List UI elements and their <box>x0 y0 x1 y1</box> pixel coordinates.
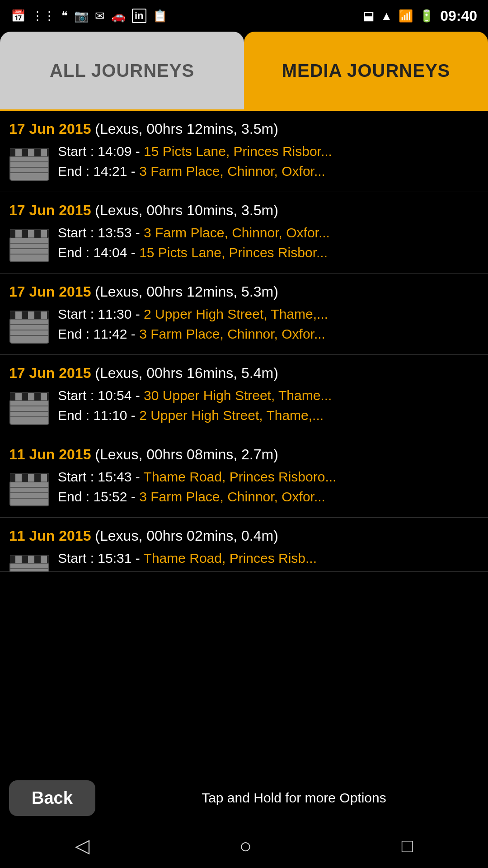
journey-header: 17 Jun 2015 (Lexus, 00hrs 16mins, 5.4m) <box>9 365 479 382</box>
tap-hold-text: Tap and Hold for more Options <box>109 790 479 806</box>
journey-details: Start : 15:43 - Thame Road, Princes Risb… <box>58 469 336 505</box>
journey-end-address[interactable]: 2 Upper High Street, Thame,... <box>139 408 324 423</box>
svg-rect-43 <box>15 311 22 319</box>
journey-start-address[interactable]: Thame Road, Princes Risb... <box>144 551 317 566</box>
clipboard-icon: 📋 <box>153 9 167 23</box>
journey-date: 17 Jun 2015 <box>9 121 91 137</box>
bottom-bar: Back Tap and Hold for more Options ◁ ○ □ <box>0 773 488 868</box>
grid-icon: ⋮⋮ <box>32 9 55 23</box>
journey-start-address[interactable]: 15 Picts Lane, Princes Risbor... <box>144 144 332 159</box>
journey-details: Start : 10:54 - 30 Upper High Street, Th… <box>58 388 332 423</box>
svg-rect-8 <box>9 148 15 156</box>
wifi-icon: ▲ <box>380 9 392 23</box>
journey-end-address[interactable]: 15 Picts Lane, Princes Risbor... <box>139 245 328 260</box>
svg-rect-97 <box>34 555 41 563</box>
svg-rect-79 <box>28 474 34 482</box>
car-icon: 🚗 <box>111 9 126 23</box>
journey-start-address[interactable]: Thame Road, Princes Risboro... <box>144 469 337 484</box>
journey-start: Start : 14:09 - 15 Picts Lane, Princes R… <box>58 144 332 159</box>
journey-end: End : 11:42 - 3 Farm Place, Chinnor, Oxf… <box>58 326 328 342</box>
svg-rect-25 <box>9 230 15 238</box>
journey-list-container: 17 Jun 2015 (Lexus, 00hrs 12mins, 3.5m) <box>0 111 488 669</box>
journey-item[interactable]: 11 Jun 2015 (Lexus, 00hrs 08mins, 2.7m) <box>0 436 488 518</box>
nav-recent-icon[interactable]: □ <box>402 835 413 857</box>
svg-rect-26 <box>15 230 22 238</box>
linkedin-icon: in <box>132 9 146 23</box>
svg-rect-99 <box>47 555 50 563</box>
journey-meta: (Lexus, 00hrs 12mins, 3.5m) <box>95 121 278 137</box>
journey-start: Start : 15:31 - Thame Road, Princes Risb… <box>58 551 317 566</box>
svg-rect-82 <box>47 474 50 482</box>
journey-end: End : 14:21 - 3 Farm Place, Chinnor, Oxf… <box>58 164 332 179</box>
svg-rect-76 <box>9 474 15 482</box>
journey-end: End : 14:04 - 15 Picts Lane, Princes Ris… <box>58 245 330 260</box>
svg-rect-44 <box>22 311 28 319</box>
svg-rect-10 <box>22 148 28 156</box>
nav-home-icon[interactable]: ○ <box>239 834 252 858</box>
journey-date: 11 Jun 2015 <box>9 528 91 544</box>
journey-start: Start : 15:43 - Thame Road, Princes Risb… <box>58 469 336 485</box>
back-button[interactable]: Back <box>9 780 95 816</box>
svg-rect-77 <box>15 474 22 482</box>
svg-rect-11 <box>28 148 34 156</box>
tab-media-journeys[interactable]: MEDIA JOURNEYS <box>244 32 488 109</box>
journey-details: Start : 15:31 - Thame Road, Princes Risb… <box>58 551 317 566</box>
clapboard-icon <box>9 146 50 182</box>
svg-rect-98 <box>41 555 47 563</box>
journey-meta: (Lexus, 00hrs 02mins, 0.4m) <box>95 528 278 544</box>
journey-body: Start : 13:53 - 3 Farm Place, Chinnor, O… <box>9 225 479 263</box>
journey-body: Start : 10:54 - 30 Upper High Street, Th… <box>9 388 479 426</box>
journey-item[interactable]: 11 Jun 2015 (Lexus, 00hrs 02mins, 0.4m) <box>0 518 488 572</box>
journey-meta: (Lexus, 00hrs 16mins, 5.4m) <box>95 365 278 381</box>
clapboard-icon <box>9 227 50 263</box>
svg-rect-85 <box>10 562 49 572</box>
svg-rect-28 <box>28 230 34 238</box>
journey-header: 17 Jun 2015 (Lexus, 00hrs 10mins, 3.5m) <box>9 202 479 219</box>
svg-rect-68 <box>10 481 49 506</box>
clapboard-icon <box>9 471 50 507</box>
svg-rect-9 <box>15 148 22 156</box>
svg-rect-42 <box>9 311 15 319</box>
tab-all-journeys[interactable]: ALL JOURNEYS <box>0 32 244 109</box>
svg-rect-34 <box>10 318 49 343</box>
svg-rect-12 <box>34 148 41 156</box>
calendar-icon: 📅 <box>11 9 25 23</box>
svg-rect-96 <box>28 555 34 563</box>
journey-header: 11 Jun 2015 (Lexus, 00hrs 08mins, 2.7m) <box>9 446 479 463</box>
svg-rect-94 <box>15 555 22 563</box>
journey-item[interactable]: 17 Jun 2015 (Lexus, 00hrs 12mins, 3.5m) <box>0 111 488 192</box>
journey-meta: (Lexus, 00hrs 10mins, 3.5m) <box>95 202 278 218</box>
svg-rect-63 <box>34 392 41 401</box>
bottom-actions: Back Tap and Hold for more Options <box>0 773 488 823</box>
nav-back-icon[interactable]: ◁ <box>75 835 89 857</box>
svg-rect-62 <box>28 392 34 401</box>
mail-icon: ✉ <box>95 9 105 23</box>
journey-end-address[interactable]: 3 Farm Place, Chinnor, Oxfor... <box>139 489 325 504</box>
journey-end-address[interactable]: 3 Farm Place, Chinnor, Oxfor... <box>139 326 325 341</box>
bluetooth-icon: ⬓ <box>363 9 374 23</box>
journey-details: Start : 14:09 - 15 Picts Lane, Princes R… <box>58 144 332 179</box>
svg-rect-93 <box>9 555 15 563</box>
status-icons-left: 📅 ⋮⋮ ❝ 📷 ✉ 🚗 in 📋 <box>11 9 167 23</box>
status-time: 09:40 <box>440 8 477 24</box>
journey-item[interactable]: 17 Jun 2015 (Lexus, 00hrs 16mins, 5.4m) <box>0 355 488 436</box>
journey-meta: (Lexus, 00hrs 08mins, 2.7m) <box>95 446 278 462</box>
svg-rect-61 <box>22 392 28 401</box>
journey-item[interactable]: 17 Jun 2015 (Lexus, 00hrs 10mins, 3.5m) <box>0 192 488 274</box>
svg-rect-13 <box>41 148 47 156</box>
journey-start: Start : 11:30 - 2 Upper High Street, Tha… <box>58 307 328 322</box>
journey-start-address[interactable]: 3 Farm Place, Chinnor, Oxfor... <box>144 225 330 240</box>
svg-rect-95 <box>22 555 28 563</box>
journey-item[interactable]: 17 Jun 2015 (Lexus, 00hrs 12mins, 5.3m) <box>0 274 488 355</box>
journey-start-address[interactable]: 2 Upper High Street, Thame,... <box>144 307 328 321</box>
journey-date: 11 Jun 2015 <box>9 446 91 462</box>
clapboard-icon <box>9 308 50 344</box>
svg-rect-65 <box>47 392 50 401</box>
journey-end-address[interactable]: 3 Farm Place, Chinnor, Oxfor... <box>139 164 325 179</box>
svg-rect-60 <box>15 392 22 401</box>
svg-rect-27 <box>22 230 28 238</box>
journey-body: Start : 14:09 - 15 Picts Lane, Princes R… <box>9 144 479 182</box>
journey-start-address[interactable]: 30 Upper High Street, Thame... <box>144 388 332 403</box>
journey-header: 17 Jun 2015 (Lexus, 00hrs 12mins, 3.5m) <box>9 121 479 137</box>
journey-start: Start : 10:54 - 30 Upper High Street, Th… <box>58 388 332 403</box>
